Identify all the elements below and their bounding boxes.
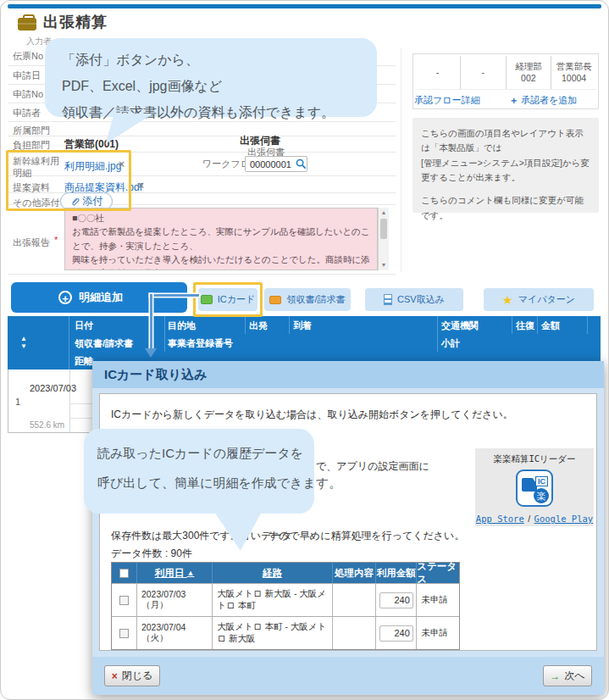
row-checkbox-cell[interactable]: [112, 617, 137, 649]
modal-hidden-fragment: で、アプリの設定画面に: [316, 459, 429, 474]
field-label-request-date: 申請日: [13, 69, 41, 82]
col-arrival[interactable]: 到着: [293, 319, 312, 332]
csv-file-icon: [384, 294, 392, 305]
plus-icon: ＋: [509, 95, 518, 105]
attach-callout-bubble: 「添付」ボタンから、 PDF、Excel、jpg画像など 領収書／請求書以外の資…: [45, 38, 377, 117]
callout-line: 「添付」ボタンから、: [62, 47, 360, 73]
scrollbar-thumb[interactable]: [380, 219, 387, 239]
amount-input[interactable]: [379, 625, 413, 642]
divider: [401, 47, 401, 272]
row-status: 未申請: [417, 584, 459, 616]
row-checkbox[interactable]: [119, 629, 129, 638]
connector-line-horizontal: [150, 294, 199, 297]
col-status: ステータス: [417, 563, 459, 583]
divider: [8, 175, 396, 176]
field-label-requester: 申請者: [13, 107, 41, 119]
col-date[interactable]: 日付: [75, 319, 93, 332]
row-number: 1: [15, 397, 20, 407]
report-scrollbar[interactable]: ▲ ▼: [378, 208, 389, 270]
row-route: 大阪メトロ 新大阪 - 大阪メトロ 本町: [213, 584, 332, 616]
modal-note-fragment1: 保存件数は最大300件です。古いデータ: [111, 529, 292, 543]
divider: [8, 274, 396, 275]
search-icon[interactable]: [296, 158, 307, 169]
divider: [8, 152, 396, 153]
select-all-checkbox[interactable]: [119, 569, 129, 578]
row-use-date: 2023/07/03（月）: [137, 584, 213, 616]
store-links: App Store / Google Play: [475, 510, 594, 525]
ic-history-table: 利用日 ▲ 経路 処理内容 利用金額 ステータス 2023/07/03（月） 大…: [111, 562, 460, 650]
row-status: 未申請: [417, 617, 459, 649]
col-destination[interactable]: 目的地: [168, 319, 196, 332]
shinkansen-file-link[interactable]: 利用明細.jpg: [64, 159, 121, 174]
callout-line: 領収書／請求書以外の資料も添付できます。: [62, 99, 360, 125]
ic-reader-title: 楽楽精算ICリーダー: [475, 453, 594, 465]
header-checkbox-cell[interactable]: [112, 563, 137, 583]
row-use-date: 2023/07/04（火）: [137, 617, 213, 649]
data-count-label: データ件数 : 90件: [111, 547, 192, 561]
remove-file-icon[interactable]: ×: [138, 180, 144, 192]
app-store-link[interactable]: App Store: [476, 514, 524, 524]
ic-callout-bubble: 読み取ったICカードの履歴データを 呼び出して、簡単に明細を作成できます。: [84, 429, 314, 514]
add-detail-button[interactable]: + 明細追加: [11, 282, 187, 313]
notice-line: [管理メニュー>システム>項目設定]から変更することが出来ます。: [421, 156, 590, 186]
col-roundtrip[interactable]: 往復: [516, 319, 534, 332]
row-amount-cell: [376, 617, 417, 649]
close-button[interactable]: × 閉じる: [104, 665, 160, 686]
amount-input[interactable]: [379, 592, 413, 608]
col-receipt[interactable]: 領収書/請求書: [75, 337, 133, 350]
approval-flow-detail-link[interactable]: 承認フロー詳細: [414, 94, 480, 107]
add-approver-link[interactable]: ＋ 承認者を追加: [509, 94, 577, 107]
next-label: 次へ: [564, 669, 584, 683]
col-subtotal[interactable]: 小計: [441, 337, 460, 350]
approval-cell: -: [461, 56, 507, 89]
divider: [8, 136, 396, 136]
col-use-date[interactable]: 利用日 ▲: [137, 563, 213, 583]
approval-cell: 営業部長10004: [551, 56, 596, 89]
modal-note-fragment2: すので早めに精算処理を行ってください。: [269, 529, 464, 543]
field-label-cost-department: 負担部門: [13, 139, 50, 152]
row-checkbox[interactable]: [119, 596, 129, 605]
ic-card-button[interactable]: ICカード: [198, 288, 257, 311]
top-accent-bar: [8, 4, 601, 8]
col-use-amount: 利用金額: [376, 563, 417, 583]
scroll-down-icon[interactable]: ▼: [379, 261, 389, 269]
app-card: 出張精算 入力者 伝票No 申請日 申請No 申請者 所属部門 負担部門 営業部…: [0, 0, 609, 700]
required-asterisk: *: [54, 235, 58, 245]
row-checkbox-cell[interactable]: [112, 584, 137, 616]
next-button[interactable]: → 次へ: [543, 665, 592, 686]
sort-down-icon[interactable]: ▼: [20, 343, 27, 351]
col-amount[interactable]: 金額: [541, 319, 560, 332]
google-play-link[interactable]: Google Play: [534, 514, 594, 524]
grid-header-row1: 日付 目的地 出発 到着 交通機関 往復 金額: [8, 316, 601, 334]
csv-import-label: CSV取込み: [397, 293, 445, 306]
col-departure[interactable]: 出発: [249, 319, 268, 332]
field-label-shinkansen-detail: 新幹線利用明細: [13, 156, 62, 180]
approval-cell-line: 002: [521, 73, 536, 85]
field-label-request-no: 申請No: [13, 88, 43, 101]
trip-report-textarea[interactable]: ■〇〇社 お電話で新製品を提案したところ、実際にサンプル品を確認したいとのことで…: [64, 208, 378, 270]
ic-callout-line: 読み取ったICカードの履歴データを: [97, 439, 301, 469]
approval-cell-line: 経理部: [515, 61, 542, 73]
receipt-invoice-button[interactable]: 領収書/請求書: [264, 288, 351, 311]
col-route[interactable]: 経路: [213, 563, 332, 583]
star-icon: ★: [502, 294, 513, 306]
my-pattern-button[interactable]: ★ マイパターン: [484, 288, 594, 311]
approval-cell-line: -: [481, 67, 484, 79]
receipt-icon: [269, 296, 281, 304]
grid-header-row2: 領収書/請求書 事業者登録番号 小計: [8, 334, 601, 352]
grid-sort-column[interactable]: ▲ ▼: [8, 316, 40, 369]
ic-card-label: ICカード: [218, 293, 256, 306]
close-x-icon: ×: [112, 670, 118, 682]
connector-line-vertical: [150, 294, 152, 350]
remove-file-icon[interactable]: ×: [119, 158, 125, 170]
connector-arrowhead-icon: [145, 348, 157, 358]
raku-badge: 楽: [534, 488, 549, 503]
col-distance[interactable]: 距離: [75, 355, 93, 368]
sort-asc-icon: ▲: [187, 569, 195, 577]
col-business-no[interactable]: 事業者登録番号: [168, 337, 233, 350]
col-transport[interactable]: 交通機関: [441, 319, 479, 332]
csv-import-button[interactable]: CSV取込み: [365, 288, 463, 311]
scroll-up-icon[interactable]: ▲: [379, 208, 389, 217]
notice-box: こちらの画面の項目名やレイアウト表示は「本製品版」では [管理メニュー>システム…: [412, 118, 599, 213]
row-action: [333, 584, 377, 616]
